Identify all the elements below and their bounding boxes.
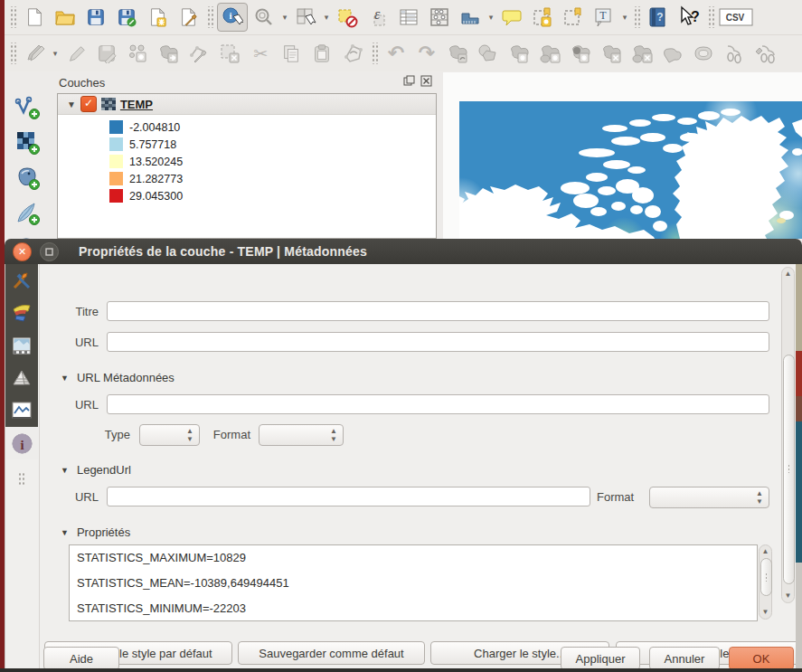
select-by-expression-icon[interactable]: ε [363, 4, 392, 31]
edit-icon[interactable] [61, 40, 90, 67]
add-ring-icon[interactable] [505, 40, 533, 67]
legend-item[interactable]: 29.045300 [58, 187, 436, 204]
legend-item[interactable]: 13.520245 [58, 153, 436, 170]
rotate-point-icon[interactable] [443, 40, 472, 67]
attribute-table-icon[interactable] [394, 4, 423, 31]
metadata-url-input[interactable] [107, 394, 769, 414]
tab-general[interactable] [5, 264, 38, 297]
spinner-arrows-icon[interactable]: ▲▼ [330, 427, 337, 443]
legend-item[interactable]: 21.282773 [58, 170, 436, 187]
simplify-feature-icon[interactable] [474, 40, 503, 67]
whats-this-icon[interactable]: ? [675, 4, 703, 31]
toggle-editing-icon[interactable] [20, 40, 49, 67]
paste-icon[interactable] [307, 40, 336, 67]
help-icon[interactable]: ? [644, 4, 673, 31]
toolbar-grip[interactable] [633, 6, 640, 28]
undo-icon[interactable]: ↶ [382, 40, 410, 67]
dropdown-arrow-icon[interactable]: ▾ [51, 49, 60, 58]
deselect-icon[interactable] [333, 4, 362, 31]
expander-icon[interactable]: ▼ [67, 99, 76, 109]
split-parts-icon[interactable] [750, 40, 779, 67]
save-project-icon[interactable] [81, 4, 110, 31]
statistics-icon[interactable] [425, 4, 454, 31]
composer-manager-icon[interactable] [174, 4, 203, 31]
move-feature-icon[interactable] [154, 40, 183, 67]
csv-icon[interactable]: CSV [718, 4, 754, 31]
toolbar-grip[interactable] [707, 6, 714, 28]
spinner-arrows-icon[interactable]: ▲▼ [756, 489, 763, 506]
add-vector-layer-icon[interactable] [13, 93, 42, 120]
dialog-scrollbar[interactable]: ▲ ▼ [781, 267, 795, 603]
offset-curve-icon[interactable] [689, 40, 718, 67]
toolbar-grip[interactable] [9, 43, 16, 64]
cancel-button[interactable]: Annuler [649, 647, 720, 670]
tab-histogram[interactable] [5, 394, 38, 427]
add-part-icon[interactable] [535, 40, 564, 67]
legend-url-input[interactable] [107, 487, 590, 506]
map-tips-icon[interactable] [497, 4, 526, 31]
add-feature-icon[interactable] [123, 40, 152, 67]
scroll-up-icon[interactable]: ▲ [782, 268, 794, 280]
select-features-icon[interactable] [291, 4, 320, 31]
dropdown-arrow-icon[interactable]: ▾ [322, 13, 331, 22]
text-annotation-icon[interactable]: T [590, 4, 618, 31]
reshape-icon[interactable] [658, 40, 687, 67]
delete-part-icon[interactable] [627, 40, 656, 67]
scroll-down-icon[interactable]: ▼ [760, 606, 771, 619]
rotate-feature-icon[interactable] [338, 40, 367, 67]
delete-selected-icon[interactable] [215, 40, 244, 67]
type-combobox[interactable]: ▲▼ [139, 424, 200, 446]
fill-ring-icon[interactable] [566, 40, 595, 67]
split-features-icon[interactable] [720, 40, 749, 67]
titre-input[interactable] [107, 301, 769, 321]
list-item[interactable]: STATISTICS_MINIMUM=-22203 [70, 596, 757, 621]
legend-format-combobox[interactable]: ▲▼ [649, 487, 769, 508]
legend-item[interactable]: -2.004810 [58, 118, 436, 136]
node-tool-icon[interactable] [184, 40, 213, 67]
apply-button[interactable]: Appliquer [561, 647, 640, 670]
dropdown-arrow-icon[interactable]: ▾ [620, 13, 629, 22]
add-postgis-layer-icon[interactable] [13, 164, 42, 191]
layer-name[interactable]: TEMP [120, 98, 153, 111]
toolbar-grip[interactable] [371, 43, 378, 64]
panel-close-icon[interactable] [420, 75, 432, 87]
toolbar-grip[interactable] [206, 6, 213, 28]
close-icon[interactable]: ✕ [13, 242, 32, 261]
toolbar-grip[interactable] [9, 6, 16, 28]
save-edits-icon[interactable] [92, 40, 121, 67]
tab-metadata[interactable]: i [5, 427, 38, 459]
copy-icon[interactable] [277, 40, 306, 67]
new-project-icon[interactable] [20, 4, 49, 31]
show-bookmarks-icon[interactable] [559, 4, 588, 31]
select-by-value-icon[interactable] [250, 4, 278, 31]
url-input[interactable] [107, 332, 769, 352]
legendurl-section-header[interactable]: ▼ LegendUrl [61, 463, 131, 477]
layer-checkbox[interactable]: ✓ [80, 96, 97, 112]
list-scrollbar[interactable]: ▲ ▼ [759, 544, 772, 620]
splitter-grip[interactable] [18, 472, 25, 485]
tab-transparency[interactable] [5, 329, 38, 362]
panel-float-icon[interactable] [403, 75, 415, 87]
metadata-url-section-header[interactable]: ▼ URL Métadonnées [61, 371, 175, 384]
map-canvas[interactable] [459, 101, 802, 239]
redo-icon[interactable]: ↷ [412, 40, 441, 67]
add-spatialite-layer-icon[interactable] [13, 199, 42, 226]
maximize-icon[interactable] [40, 242, 59, 261]
list-item[interactable]: STATISTICS_MAXIMUM=10829 [70, 545, 757, 571]
new-bookmark-icon[interactable] [528, 4, 557, 31]
save-project-as-icon[interactable] [112, 4, 141, 31]
tab-pyramids[interactable] [5, 362, 38, 394]
layers-tree[interactable]: ▼ ✓ TEMP -2.004810 5.757718 13.520245 21… [57, 93, 437, 239]
save-as-default-button[interactable]: Sauvegarder comme défaut [238, 641, 425, 665]
dialog-titlebar[interactable]: ✕ Propriétés de la couche - TEMP | Métad… [5, 239, 802, 264]
list-item[interactable]: STATISTICS_MEAN=-10389,649494451 [70, 571, 757, 596]
ok-button[interactable]: OK [729, 647, 794, 670]
add-raster-layer-icon[interactable] [13, 128, 42, 156]
dropdown-arrow-icon[interactable]: ▾ [486, 13, 495, 22]
scrollbar-thumb[interactable] [783, 355, 795, 584]
tab-style[interactable] [5, 297, 38, 329]
dropdown-arrow-icon[interactable]: ▾ [280, 13, 289, 22]
delete-ring-icon[interactable] [597, 40, 626, 67]
cut-icon[interactable]: ✂ [246, 40, 275, 67]
scroll-up-icon[interactable]: ▲ [760, 545, 771, 558]
